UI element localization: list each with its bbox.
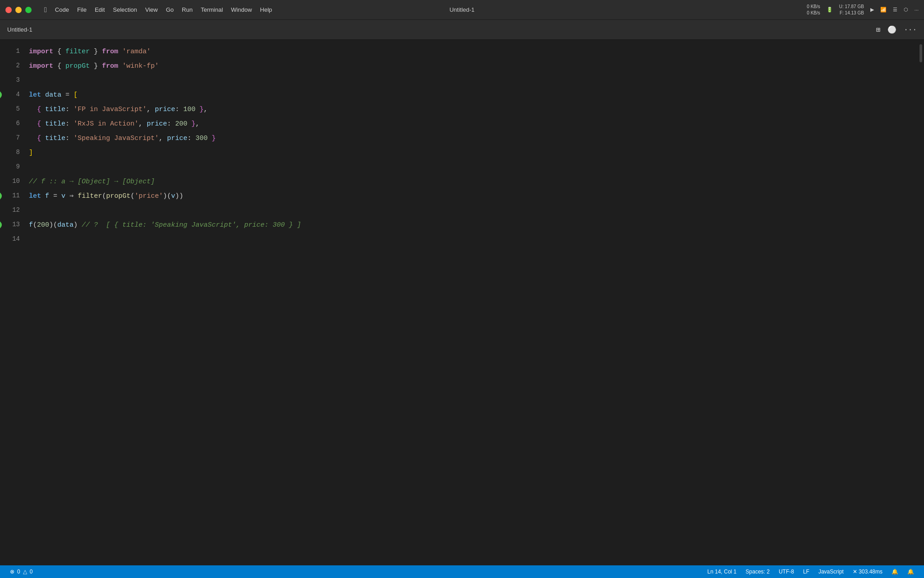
menu-selection[interactable]: Selection [113,6,137,13]
code-line-5: { title: 'FP in JavaScript', price: 100 … [29,102,918,117]
status-feedback-icon[interactable]: 🔔 [887,565,903,578]
menu-code[interactable]: Code [55,6,69,13]
line-number-7: 7 [0,131,27,145]
status-encoding[interactable]: UTF-8 [774,565,799,578]
apple-menu[interactable]:  [44,6,47,14]
menu-view[interactable]: View [145,6,158,13]
status-language[interactable]: JavaScript [814,565,848,578]
code-line-9 [29,160,918,174]
status-spaces[interactable]: Spaces: 2 [741,565,774,578]
status-notification-icon[interactable]: 🔔 [903,565,919,578]
menu-window[interactable]: Window [231,6,252,13]
maximize-button[interactable] [25,7,32,13]
circle-button[interactable]: ⚪ [887,25,896,34]
status-eol[interactable]: LF [799,565,814,578]
code-line-4: let data = [ [29,88,918,102]
status-position[interactable]: Ln 14, Col 1 [703,565,741,578]
error-icon: ⊗ [10,569,14,575]
line-number-2: 2 [0,59,27,73]
more-icon: ··· [915,7,919,13]
line-number-14: 14 [0,232,27,247]
line-number-8: 8 [0,145,27,160]
error-count: 0 [17,569,20,575]
code-line-2: import { propGt } from 'wink-fp' [29,59,918,73]
line-numbers: 1234567891011121314 [0,40,27,565]
editor: 1234567891011121314 import { filter } fr… [0,40,924,565]
close-button[interactable] [5,7,12,13]
network-info: 0 KB/s 0 KB/s [807,4,820,16]
cast-icon: ▶ [870,7,874,13]
menu-bar:  Code File Edit Selection View Go Run T… [44,6,272,14]
status-right: Ln 14, Col 1 Spaces: 2 UTF-8 LF JavaScri… [703,565,919,578]
split-editor-button[interactable]: ⊞ [876,25,881,34]
warning-count: 0 [30,569,33,575]
window-title: Untitled-1 [310,6,614,13]
status-errors[interactable]: ⊗ 0 △ 0 [5,569,37,575]
menu-go[interactable]: Go [166,6,174,13]
battery-icon: 🔋 [827,7,833,13]
code-line-6: { title: 'RxJS in Action', price: 200 }, [29,117,918,131]
tab-actions: ⊞ ⚪ ··· [876,25,917,34]
warning-icon: △ [23,569,27,575]
line-number-11: 11 [0,189,27,203]
code-line-14 [29,232,918,247]
memory-info: U: 17.87 GB F: 14.13 GB [839,4,864,16]
line-number-1: 1 [0,44,27,59]
menu-edit[interactable]: Edit [95,6,105,13]
code-line-11: let f = v ⇒ filter(propGt('price')(v)) [29,189,918,203]
siri-icon: ⬡ [904,7,908,13]
line-number-12: 12 [0,203,27,218]
traffic-lights [5,7,32,13]
code-area[interactable]: import { filter } from 'ramda'import { p… [27,40,918,565]
code-line-12 [29,203,918,218]
code-line-13: f(200)(data) // ? [ { title: 'Speaking J… [29,218,918,232]
status-timing: ✕ 303.48ms [848,565,887,578]
line-number-5: 5 [0,102,27,117]
scrollbar[interactable] [918,40,924,565]
wifi-icon: 📶 [880,7,887,13]
control-center-icon: ☰ [893,7,897,13]
menu-file[interactable]: File [77,6,87,13]
titlebar-left:  Code File Edit Selection View Go Run T… [5,6,310,14]
line-number-6: 6 [0,117,27,131]
breakpoint-13[interactable] [0,221,2,229]
menu-terminal[interactable]: Terminal [201,6,223,13]
tabbar: Untitled-1 ⊞ ⚪ ··· [0,20,924,40]
titlebar-right: 0 KB/s 0 KB/s 🔋 U: 17.87 GB F: 14.13 GB … [614,4,919,16]
line-number-4: 4 [0,88,27,102]
code-line-8: ] [29,145,918,160]
tab-untitled-1[interactable]: Untitled-1 [7,26,32,33]
statusbar: ⊗ 0 △ 0 Ln 14, Col 1 Spaces: 2 UTF-8 LF … [0,565,924,578]
line-number-3: 3 [0,73,27,88]
breakpoint-11[interactable] [0,192,2,200]
line-number-13: 13 [0,218,27,232]
menu-help[interactable]: Help [260,6,272,13]
breakpoint-4[interactable] [0,91,2,99]
menu-run[interactable]: Run [182,6,193,13]
code-line-3 [29,73,918,88]
more-actions-button[interactable]: ··· [904,26,917,34]
code-line-7: { title: 'Speaking JavaScript', price: 3… [29,131,918,145]
scrollbar-thumb[interactable] [919,44,922,62]
code-line-10: // f :: a → [Object] → [Object] [29,174,918,189]
line-number-9: 9 [0,160,27,174]
titlebar:  Code File Edit Selection View Go Run T… [0,0,924,20]
line-number-10: 10 [0,174,27,189]
code-line-1: import { filter } from 'ramda' [29,44,918,59]
minimize-button[interactable] [15,7,22,13]
